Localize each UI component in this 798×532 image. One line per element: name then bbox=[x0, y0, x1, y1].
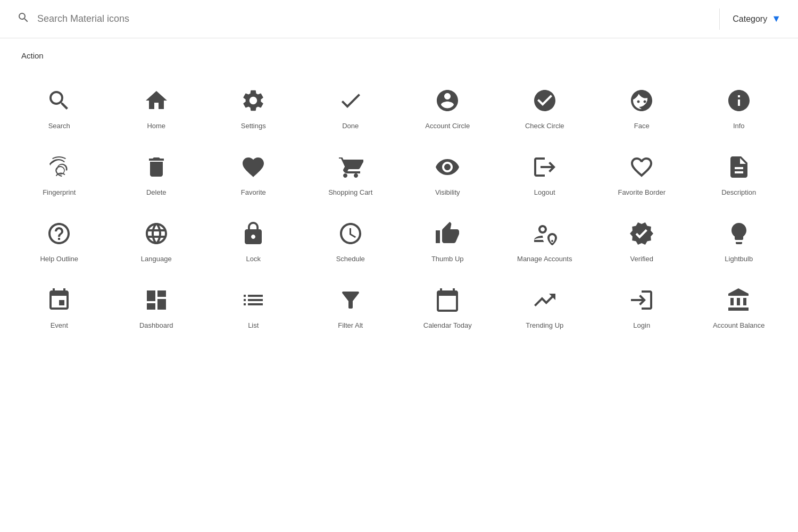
icon-cell-account-circle[interactable]: Account Circle bbox=[399, 73, 496, 139]
icon-cell-schedule[interactable]: Schedule bbox=[302, 206, 400, 272]
icon-label: Account Balance bbox=[713, 321, 765, 330]
icon-cell-event[interactable]: Event bbox=[11, 272, 108, 339]
icon-label: Fingerprint bbox=[43, 188, 76, 197]
icon-cell-manage-accounts[interactable]: Manage Accounts bbox=[496, 206, 594, 272]
icon-cell-verified[interactable]: Verified bbox=[593, 206, 691, 272]
thumb-up-icon bbox=[433, 219, 462, 248]
icon-label: Visibility bbox=[435, 188, 460, 197]
fingerprint-icon bbox=[44, 152, 74, 182]
dashboard-icon bbox=[142, 285, 171, 315]
icon-cell-logout[interactable]: Logout bbox=[496, 139, 594, 206]
icon-label: Description bbox=[721, 188, 756, 197]
icon-cell-help-outline[interactable]: Help Outline bbox=[11, 206, 108, 272]
icon-cell-thumb-up[interactable]: Thumb Up bbox=[399, 206, 496, 272]
chevron-down-icon: ▼ bbox=[771, 13, 781, 24]
icon-label: Info bbox=[733, 122, 745, 131]
category-dropdown[interactable]: Category ▼ bbox=[733, 13, 781, 24]
icon-cell-home[interactable]: Home bbox=[108, 73, 205, 139]
icon-label: Favorite Border bbox=[618, 188, 666, 197]
icon-label: Manage Accounts bbox=[517, 255, 572, 264]
icon-cell-check-circle[interactable]: Check Circle bbox=[496, 73, 594, 139]
icon-label: Lightbulb bbox=[725, 255, 753, 264]
icon-label: Schedule bbox=[336, 255, 365, 264]
visibility-icon bbox=[433, 152, 462, 182]
shopping-cart-icon bbox=[336, 152, 365, 182]
manage-accounts-icon bbox=[530, 219, 560, 248]
icon-label: Shopping Cart bbox=[328, 188, 372, 197]
icon-label: Favorite bbox=[241, 188, 266, 197]
icon-label: Done bbox=[342, 122, 359, 131]
home-icon bbox=[142, 86, 171, 115]
icon-label: Login bbox=[633, 321, 650, 330]
lock-icon bbox=[238, 219, 268, 248]
icon-label: Account Circle bbox=[425, 122, 470, 131]
search-icon bbox=[44, 86, 74, 115]
icon-cell-favorite-border[interactable]: Favorite Border bbox=[593, 139, 691, 206]
check-circle-icon bbox=[530, 86, 560, 115]
search-input[interactable] bbox=[37, 13, 706, 24]
icon-label: Lock bbox=[246, 255, 261, 264]
icon-label: Home bbox=[147, 122, 165, 131]
icon-cell-face[interactable]: Face bbox=[593, 73, 691, 139]
logout-icon bbox=[530, 152, 560, 182]
category-label: Category bbox=[733, 14, 767, 24]
list-icon bbox=[238, 285, 268, 315]
filter-alt-icon bbox=[336, 285, 365, 315]
favorite-border-icon bbox=[627, 152, 656, 182]
icon-label: Delete bbox=[146, 188, 167, 197]
icon-cell-lightbulb[interactable]: Lightbulb bbox=[691, 206, 788, 272]
section-title: Action bbox=[0, 38, 798, 64]
info-icon bbox=[724, 86, 754, 115]
icon-grid: Search Home Settings Done Account Circle… bbox=[0, 64, 798, 347]
favorite-icon bbox=[238, 152, 268, 182]
icon-cell-list[interactable]: List bbox=[205, 272, 302, 339]
event-icon bbox=[44, 285, 74, 315]
account-circle-icon bbox=[433, 86, 462, 115]
icon-cell-fingerprint[interactable]: Fingerprint bbox=[11, 139, 108, 206]
icon-label: Filter Alt bbox=[338, 321, 363, 330]
icon-cell-login[interactable]: Login bbox=[593, 272, 691, 339]
icon-cell-delete[interactable]: Delete bbox=[108, 139, 205, 206]
schedule-icon bbox=[336, 219, 365, 248]
help-outline-icon bbox=[44, 219, 74, 248]
settings-icon bbox=[238, 86, 268, 115]
calendar-today-icon bbox=[433, 285, 462, 315]
header: Category ▼ bbox=[0, 0, 798, 38]
icon-cell-account-balance[interactable]: Account Balance bbox=[691, 272, 788, 339]
done-icon bbox=[336, 86, 365, 115]
icon-label: Logout bbox=[534, 188, 555, 197]
search-icon bbox=[17, 11, 30, 27]
account-balance-icon bbox=[724, 285, 754, 315]
icon-label: Trending Up bbox=[526, 321, 563, 330]
icon-cell-done[interactable]: Done bbox=[302, 73, 400, 139]
icon-cell-description[interactable]: Description bbox=[691, 139, 788, 206]
icon-cell-shopping-cart[interactable]: Shopping Cart bbox=[302, 139, 400, 206]
icon-cell-search[interactable]: Search bbox=[11, 73, 108, 139]
description-icon bbox=[724, 152, 754, 182]
header-divider bbox=[719, 9, 720, 30]
icon-cell-calendar-today[interactable]: Calendar Today bbox=[399, 272, 496, 339]
icon-label: Search bbox=[48, 122, 70, 131]
icon-cell-trending-up[interactable]: Trending Up bbox=[496, 272, 594, 339]
icon-cell-settings[interactable]: Settings bbox=[205, 73, 302, 139]
icon-label: Thumb Up bbox=[431, 255, 464, 264]
icon-cell-visibility[interactable]: Visibility bbox=[399, 139, 496, 206]
icon-label: Language bbox=[141, 255, 172, 264]
icon-cell-favorite[interactable]: Favorite bbox=[205, 139, 302, 206]
icon-label: Help Outline bbox=[40, 255, 78, 264]
icon-cell-lock[interactable]: Lock bbox=[205, 206, 302, 272]
trending-up-icon bbox=[530, 285, 560, 315]
face-icon bbox=[627, 86, 656, 115]
login-icon bbox=[627, 285, 656, 315]
icon-label: Face bbox=[634, 122, 650, 131]
lightbulb-icon bbox=[724, 219, 754, 248]
icon-cell-dashboard[interactable]: Dashboard bbox=[108, 272, 205, 339]
icon-label: Event bbox=[51, 321, 68, 330]
icon-cell-info[interactable]: Info bbox=[691, 73, 788, 139]
icon-label: Calendar Today bbox=[423, 321, 472, 330]
icon-cell-filter-alt[interactable]: Filter Alt bbox=[302, 272, 400, 339]
icon-label: Check Circle bbox=[525, 122, 564, 131]
icon-label: Verified bbox=[630, 255, 653, 264]
icon-cell-language[interactable]: Language bbox=[108, 206, 205, 272]
verified-icon bbox=[627, 219, 656, 248]
